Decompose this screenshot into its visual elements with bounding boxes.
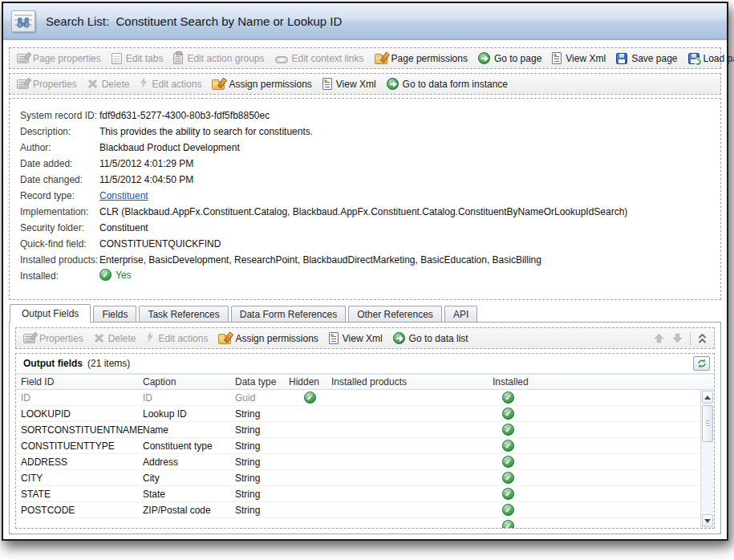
installed-check-icon <box>502 440 514 452</box>
scrollbar-thumb[interactable] <box>702 405 713 442</box>
tab-output-fields[interactable]: Output Fields <box>10 304 91 323</box>
tab-fields[interactable]: Fields <box>93 306 136 322</box>
load-page-button[interactable]: Load page <box>684 51 734 66</box>
grid-body: ID ID Guid LOOKUPID Lookup ID String <box>16 390 714 528</box>
properties-button[interactable]: Properties <box>19 331 90 346</box>
down-arrow-icon <box>672 333 683 343</box>
details-panel: System record ID:fdf9d631-5277-4300-80b3… <box>9 98 721 300</box>
column-header-field-id[interactable]: Field ID <box>16 376 143 388</box>
detail-row: Date added:11/5/2012 4:01:29 PM <box>20 158 720 174</box>
tab-other-references[interactable]: Other References <box>348 306 442 322</box>
table-row[interactable]: CONSTITUENTTYPE Constituent type String <box>16 438 700 454</box>
save-page-button[interactable]: Save page <box>612 51 683 66</box>
cell-field-id: STATE <box>16 489 143 500</box>
output-fields-list: Output fields (21 items) Field ID Captio… <box>15 353 715 529</box>
double-chevron-up-icon <box>698 334 707 343</box>
implementation-value: CLR (Blackbaud.AppFx.Constituent.Catalog… <box>99 206 627 217</box>
move-down-button[interactable] <box>668 331 687 345</box>
delete-button[interactable]: Delete <box>90 331 143 346</box>
view-xml-button[interactable]: View Xml <box>548 51 612 66</box>
cell-field-id: ADDRESS <box>16 457 143 468</box>
collapse-section-button[interactable] <box>694 332 711 345</box>
detail-row: Record type:Constituent <box>20 190 720 206</box>
folder-pencil-icon <box>218 335 231 344</box>
table-row[interactable]: LOOKUPID Lookup ID String <box>16 406 700 422</box>
cell-data-type: String <box>235 473 288 484</box>
title-bar: Search List: Constituent Search by Name … <box>3 3 727 40</box>
scroll-up-button[interactable] <box>702 391 713 404</box>
view-xml-button[interactable]: View Xml <box>318 76 383 91</box>
properties-button[interactable]: Properties <box>13 77 83 91</box>
cell-data-type: String <box>235 440 288 452</box>
security-folder-value: Constituent <box>99 222 148 233</box>
page-properties-button[interactable]: Page properties <box>13 51 107 66</box>
edit-actions-button[interactable]: Edit actions <box>142 330 214 347</box>
assign-permissions-button[interactable]: Assign permissions <box>214 331 324 346</box>
chain-link-icon <box>275 56 288 63</box>
scroll-down-button[interactable] <box>702 514 713 527</box>
scrollbar-track[interactable] <box>701 443 714 513</box>
table-row[interactable]: ADDRESS Address String <box>16 454 700 470</box>
properties-grid-icon <box>17 79 29 89</box>
tab-api[interactable]: API <box>444 306 477 322</box>
clipboard-icon <box>173 53 183 64</box>
installed-check-icon <box>502 472 514 484</box>
edit-tabs-button[interactable]: Edit tabs <box>107 51 170 66</box>
cell-data-type: String <box>235 457 288 468</box>
view-xml-button[interactable]: View Xml <box>325 331 389 346</box>
table-row[interactable]: STATE State String <box>16 486 700 502</box>
column-header-installed[interactable]: Installed <box>492 376 564 388</box>
installed-products-label: Installed products: <box>20 254 99 266</box>
table-row-partial[interactable] <box>16 518 700 528</box>
description-value: This provides the ability to search for … <box>99 126 313 137</box>
table-row[interactable]: POSTCODE ZIP/Postal code String <box>16 502 700 518</box>
cell-caption: ZIP/Postal code <box>143 505 235 516</box>
edit-action-groups-button[interactable]: Edit action groups <box>169 51 270 66</box>
table-row[interactable]: SORTCONSTITUENTNAME Name String <box>16 422 700 438</box>
edit-actions-button[interactable]: Edit actions <box>136 75 208 92</box>
page-icon <box>112 53 122 64</box>
column-header-caption[interactable]: Caption <box>143 376 235 388</box>
table-row[interactable]: CITY City String <box>16 470 700 486</box>
cell-caption: Name <box>143 424 235 436</box>
tab-data-form-references[interactable]: Data Form References <box>231 306 346 322</box>
cell-caption: City <box>143 473 235 484</box>
grid-rows: ID ID Guid LOOKUPID Lookup ID String <box>16 390 700 528</box>
lightning-icon <box>146 331 154 345</box>
record-type-label: Record type: <box>20 190 99 201</box>
installed-check-icon <box>502 408 514 420</box>
refresh-button[interactable] <box>693 356 710 371</box>
delete-button[interactable]: Delete <box>83 77 136 91</box>
column-header-hidden[interactable]: Hidden <box>288 376 331 388</box>
delete-label: Delete <box>108 333 136 344</box>
vertical-scrollbar[interactable] <box>700 390 714 528</box>
tab-task-references[interactable]: Task References <box>139 306 228 322</box>
application-window: Search List: Constituent Search by Name … <box>2 2 728 541</box>
go-to-data-form-instance-button[interactable]: Go to data form instance <box>383 76 514 91</box>
installed-products-value: Enterprise, BasicDevelopment, ResearchPo… <box>99 254 541 266</box>
edit-context-links-button[interactable]: Edit context links <box>271 51 371 66</box>
column-header-installed-products[interactable]: Installed products <box>331 376 492 388</box>
installed-label: Installed: <box>20 270 99 282</box>
cell-field-id: CITY <box>16 473 143 484</box>
go-to-data-list-button[interactable]: Go to data list <box>389 331 475 346</box>
floppy-disk-icon <box>616 53 627 64</box>
xml-document-icon <box>322 78 332 90</box>
x-icon <box>94 333 104 343</box>
cell-caption: ID <box>143 392 235 404</box>
assign-permissions-button[interactable]: Assign permissions <box>208 77 318 91</box>
edit-tabs-label: Edit tabs <box>126 53 164 64</box>
cell-caption: Lookup ID <box>143 408 235 420</box>
page-permissions-button[interactable]: Page permissions <box>371 51 474 66</box>
record-type-link[interactable]: Constituent <box>99 190 148 201</box>
up-triangle-icon <box>704 396 711 400</box>
column-header-data-type[interactable]: Data type <box>235 376 288 388</box>
go-to-page-button[interactable]: Go to page <box>474 51 548 66</box>
installed-value: Yes <box>116 270 132 281</box>
green-go-arrow-icon <box>387 78 399 90</box>
hidden-check-icon <box>304 392 316 404</box>
list-toolbar: Properties Delete Edit actions Assign pe… <box>15 327 715 349</box>
table-row[interactable]: ID ID Guid <box>16 390 700 406</box>
move-up-button[interactable] <box>650 331 668 345</box>
author-value: Blackbaud Product Development <box>99 142 240 153</box>
